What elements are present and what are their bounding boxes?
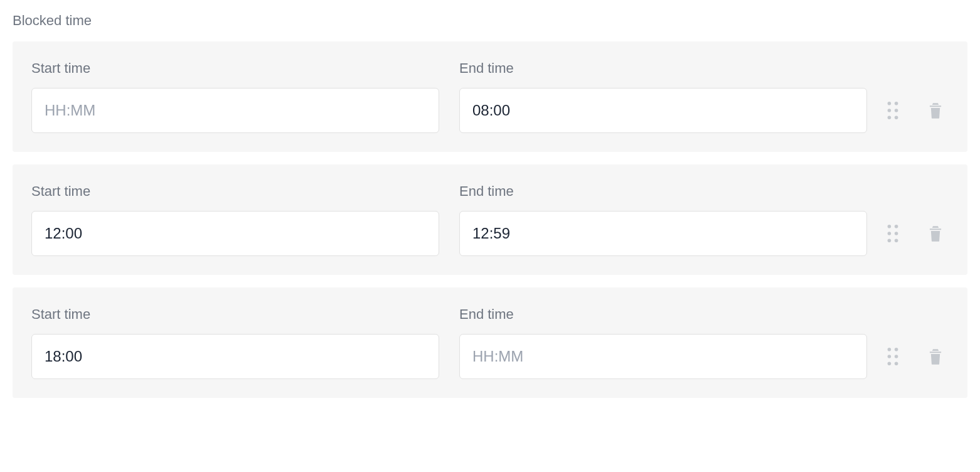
svg-point-6 xyxy=(888,225,892,228)
svg-point-0 xyxy=(888,102,892,105)
end-time-field: End time xyxy=(459,306,867,379)
start-time-input[interactable] xyxy=(31,334,439,379)
start-time-input[interactable] xyxy=(31,88,439,133)
end-time-field: End time xyxy=(459,183,867,256)
end-time-label: End time xyxy=(459,306,867,323)
svg-point-7 xyxy=(895,225,898,228)
svg-point-11 xyxy=(895,239,898,242)
row-actions xyxy=(887,88,949,133)
start-time-label: Start time xyxy=(31,60,439,77)
blocked-time-section: Blocked time Start time End time Start t… xyxy=(13,13,967,398)
svg-point-9 xyxy=(895,232,898,235)
svg-point-1 xyxy=(895,102,898,105)
svg-point-13 xyxy=(895,348,898,351)
svg-point-16 xyxy=(888,362,892,365)
svg-point-14 xyxy=(888,355,892,358)
drag-handle-icon[interactable] xyxy=(887,348,898,365)
end-time-input[interactable] xyxy=(459,88,867,133)
time-row: Start time End time xyxy=(13,287,967,398)
svg-point-15 xyxy=(895,355,898,358)
end-time-input[interactable] xyxy=(459,334,867,379)
drag-handle-icon[interactable] xyxy=(887,225,898,242)
start-time-label: Start time xyxy=(31,183,439,200)
start-time-field: Start time xyxy=(31,306,439,379)
trash-icon[interactable] xyxy=(929,348,942,365)
svg-point-4 xyxy=(888,115,892,119)
svg-point-10 xyxy=(888,239,892,242)
end-time-label: End time xyxy=(459,60,867,77)
time-row: Start time End time xyxy=(13,41,967,152)
end-time-label: End time xyxy=(459,183,867,200)
svg-point-5 xyxy=(895,115,898,119)
start-time-field: Start time xyxy=(31,60,439,133)
start-time-label: Start time xyxy=(31,306,439,323)
svg-point-12 xyxy=(888,348,892,351)
end-time-input[interactable] xyxy=(459,211,867,256)
end-time-field: End time xyxy=(459,60,867,133)
svg-point-3 xyxy=(895,109,898,112)
start-time-field: Start time xyxy=(31,183,439,256)
svg-point-8 xyxy=(888,232,892,235)
time-row: Start time End time xyxy=(13,164,967,275)
svg-point-2 xyxy=(888,109,892,112)
trash-icon[interactable] xyxy=(929,102,942,119)
row-actions xyxy=(887,211,949,256)
section-title: Blocked time xyxy=(13,13,967,29)
svg-point-17 xyxy=(895,362,898,365)
row-actions xyxy=(887,334,949,379)
drag-handle-icon[interactable] xyxy=(887,102,898,119)
trash-icon[interactable] xyxy=(929,225,942,242)
start-time-input[interactable] xyxy=(31,211,439,256)
